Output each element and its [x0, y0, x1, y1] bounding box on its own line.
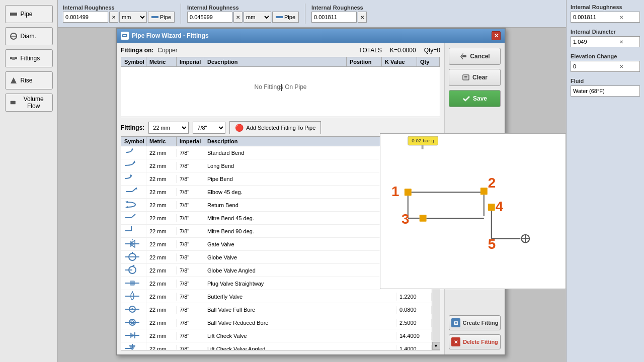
roughness-group-1: Internal Roughness ✕ mm in Pipe [63, 5, 175, 23]
table-row[interactable]: 22 mm 7/8" Ball Valve Full Bore 0.0800 [121, 303, 432, 316]
th-symbol: Symbol [121, 57, 146, 66]
td-imperial-3: 7/8" [177, 188, 204, 196]
roughness-unit-2[interactable]: mm in [244, 12, 271, 23]
lower-th-metric: Metric [146, 137, 177, 146]
table-row[interactable]: 22 mm 7/8" Lift Check Valve Angled 1.400… [121, 342, 432, 350]
cancel-button[interactable]: Cancel [449, 48, 501, 65]
add-icon: 🔴 [235, 124, 244, 132]
td-description-6: Mitre Bend 90 deg. [204, 227, 396, 235]
pipe-small-icon-1 [151, 15, 158, 20]
svg-rect-52 [462, 55, 466, 57]
table-row[interactable]: 22 mm 7/8" Butterfly Valve 1.2200 [121, 290, 432, 303]
td-symbol-3 [121, 185, 146, 199]
fittings-selector-label: Fittings: [121, 124, 144, 131]
td-metric-11: 22 mm [146, 293, 177, 301]
sidebar-fittings-label: Fittings [21, 55, 40, 62]
save-label: Save [473, 95, 487, 102]
svg-text:5: 5 [488, 236, 496, 252]
svg-text:3: 3 [401, 211, 409, 227]
th-description: Description [204, 57, 347, 66]
td-symbol-0 [121, 146, 146, 160]
roughness-clear-1[interactable]: ✕ [109, 12, 118, 23]
td-imperial-0: 7/8" [177, 149, 204, 157]
save-button[interactable]: Save [449, 90, 501, 107]
td-metric-10: 22 mm [146, 280, 177, 288]
lower-th-symbol: Symbol [121, 137, 146, 146]
upper-table: Symbol Metric Imperial Description Posit… [121, 57, 440, 117]
lower-th-description: Description [204, 137, 396, 146]
save-icon [462, 95, 470, 103]
right-input-diameter[interactable]: 1.049 ✕ [571, 36, 640, 47]
right-clear-elevation[interactable]: ✕ [605, 62, 637, 70]
right-label-diameter: Internal Diameter [571, 29, 640, 35]
roughness-clear-3[interactable]: ✕ [358, 12, 367, 23]
td-metric-1: 22 mm [146, 162, 177, 170]
right-input-fluid[interactable]: Water (68°F) [571, 85, 640, 97]
pipe-btn-1[interactable]: Pipe [148, 12, 175, 23]
svg-rect-59 [405, 189, 412, 196]
td-kvalue-12: 0.0800 [396, 306, 432, 314]
svg-rect-63 [420, 215, 427, 222]
td-metric-5: 22 mm [146, 214, 177, 222]
wizard-icon [122, 33, 128, 39]
td-symbol-14 [121, 329, 146, 343]
k-value-total: K=0.0000 [390, 47, 416, 54]
right-section-roughness: Internal Roughness 0.001811 ✕ [571, 4, 640, 23]
right-input-roughness[interactable]: 0.001811 ✕ [571, 12, 640, 23]
right-clear-diameter[interactable]: ✕ [605, 38, 637, 46]
td-imperial-10: 7/8" [177, 280, 204, 288]
pipe-btn-label-1: Pipe [160, 14, 171, 20]
create-fitting-button[interactable]: ⊞ Create Fitting [449, 315, 501, 330]
svg-line-33 [132, 265, 134, 266]
add-fitting-button[interactable]: 🔴 Add Selected Fitting To Pipe [229, 121, 321, 134]
right-clear-roughness[interactable]: ✕ [605, 13, 637, 21]
roughness-input-1[interactable] [63, 12, 108, 23]
table-row[interactable]: 22 mm 7/8" Lift Check Valve 14.4000 [121, 329, 432, 342]
fitting-size-select-1[interactable]: 22 mm [148, 122, 189, 134]
dialog-close-button[interactable]: ✕ [492, 31, 501, 40]
td-metric-2: 22 mm [146, 175, 177, 183]
td-imperial-5: 7/8" [177, 214, 204, 222]
td-symbol-5 [121, 211, 146, 225]
pipe-small-icon-2 [276, 15, 283, 20]
sidebar-btn-pipe[interactable]: Pipe [5, 5, 53, 23]
right-input-elevation[interactable]: 0 ✕ [571, 61, 640, 72]
sidebar-btn-volume[interactable]: Volume Flow [5, 94, 53, 112]
fittings-selector-row: Fittings: 22 mm 7/8" 🔴 Add Selected Fitt… [121, 121, 440, 134]
dialog-title-text: Pipe Flow Wizard - Fittings [132, 32, 489, 39]
roughness-label-1: Internal Roughness [63, 5, 175, 11]
pipe-btn-2[interactable]: Pipe [272, 12, 299, 23]
rise-icon [10, 76, 18, 84]
roughness-input-3[interactable] [311, 12, 357, 23]
svg-text:4: 4 [496, 199, 504, 214]
scroll-down-btn[interactable]: ▼ [432, 342, 440, 350]
pipe-diagram-inner: 0.02 bar g [380, 134, 566, 289]
svg-marker-46 [130, 332, 135, 338]
svg-rect-0 [10, 13, 17, 16]
dialog-title-icon [121, 32, 129, 40]
add-fitting-label: Add Selected Fitting To Pipe [246, 125, 315, 131]
lower-th-imperial: Imperial [177, 137, 204, 146]
roughness-group-3: Internal Roughness ✕ [311, 5, 367, 23]
sidebar-btn-rise[interactable]: Rise [5, 71, 53, 89]
td-metric-12: 22 mm [146, 306, 177, 314]
sidebar-btn-diam[interactable]: Diam. [5, 27, 53, 45]
table-row[interactable]: 22 mm 7/8" Ball Valve Reduced Bore 2.500… [121, 316, 432, 329]
td-imperial-2: 7/8" [177, 175, 204, 183]
td-metric-8: 22 mm [146, 253, 177, 261]
roughness-input-2[interactable] [187, 12, 232, 23]
right-section-elevation: Elevation Change 0 ✕ [571, 53, 640, 72]
roughness-unit-1[interactable]: mm in [119, 12, 147, 23]
delete-fitting-button[interactable]: ✕ Delete Fitting [449, 334, 501, 349]
right-panel: Internal Roughness 0.001811 ✕ Internal D… [566, 0, 644, 362]
fitting-size-select-2[interactable]: 7/8" [193, 122, 225, 134]
roughness-clear-2[interactable]: ✕ [233, 12, 243, 23]
delete-label: Delete Fitting [463, 339, 498, 345]
td-metric-0: 22 mm [146, 149, 177, 157]
sidebar-btn-fittings[interactable]: Fittings [5, 49, 53, 67]
right-section-fluid: Fluid Water (68°F) [571, 78, 640, 97]
clear-button[interactable]: Clear [449, 69, 501, 86]
pipe-diagram: 0.02 bar g [380, 133, 566, 289]
right-label-elevation: Elevation Change [571, 53, 640, 59]
td-metric-3: 22 mm [146, 188, 177, 196]
